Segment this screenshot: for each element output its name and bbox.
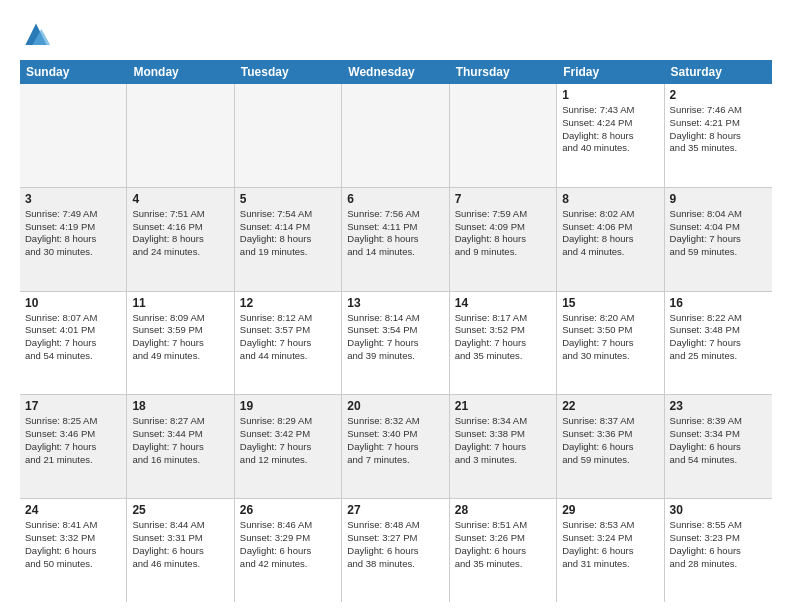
cal-cell-4-7: 23Sunrise: 8:39 AM Sunset: 3:34 PM Dayli… [665,395,772,498]
day-number: 20 [347,399,443,413]
day-number: 16 [670,296,767,310]
day-number: 2 [670,88,767,102]
cal-cell-3-2: 11Sunrise: 8:09 AM Sunset: 3:59 PM Dayli… [127,292,234,395]
cal-cell-3-5: 14Sunrise: 8:17 AM Sunset: 3:52 PM Dayli… [450,292,557,395]
day-number: 27 [347,503,443,517]
cal-cell-3-1: 10Sunrise: 8:07 AM Sunset: 4:01 PM Dayli… [20,292,127,395]
logo [20,20,54,52]
weekday-header-monday: Monday [127,60,234,84]
day-number: 14 [455,296,551,310]
day-info: Sunrise: 7:51 AM Sunset: 4:16 PM Dayligh… [132,208,228,259]
day-number: 26 [240,503,336,517]
day-info: Sunrise: 8:53 AM Sunset: 3:24 PM Dayligh… [562,519,658,570]
day-info: Sunrise: 8:07 AM Sunset: 4:01 PM Dayligh… [25,312,121,363]
calendar-row-1: 1Sunrise: 7:43 AM Sunset: 4:24 PM Daylig… [20,84,772,188]
calendar-row-3: 10Sunrise: 8:07 AM Sunset: 4:01 PM Dayli… [20,292,772,396]
day-info: Sunrise: 8:27 AM Sunset: 3:44 PM Dayligh… [132,415,228,466]
day-info: Sunrise: 7:49 AM Sunset: 4:19 PM Dayligh… [25,208,121,259]
day-number: 6 [347,192,443,206]
day-number: 13 [347,296,443,310]
day-number: 5 [240,192,336,206]
day-info: Sunrise: 7:43 AM Sunset: 4:24 PM Dayligh… [562,104,658,155]
calendar-row-2: 3Sunrise: 7:49 AM Sunset: 4:19 PM Daylig… [20,188,772,292]
calendar: SundayMondayTuesdayWednesdayThursdayFrid… [20,60,772,602]
day-number: 7 [455,192,551,206]
day-number: 3 [25,192,121,206]
cal-cell-1-4 [342,84,449,187]
day-number: 10 [25,296,121,310]
calendar-row-5: 24Sunrise: 8:41 AM Sunset: 3:32 PM Dayli… [20,499,772,602]
day-number: 8 [562,192,658,206]
day-info: Sunrise: 8:34 AM Sunset: 3:38 PM Dayligh… [455,415,551,466]
page: SundayMondayTuesdayWednesdayThursdayFrid… [0,0,792,612]
cal-cell-5-5: 28Sunrise: 8:51 AM Sunset: 3:26 PM Dayli… [450,499,557,602]
weekday-header-tuesday: Tuesday [235,60,342,84]
day-number: 12 [240,296,336,310]
day-info: Sunrise: 8:04 AM Sunset: 4:04 PM Dayligh… [670,208,767,259]
cal-cell-4-6: 22Sunrise: 8:37 AM Sunset: 3:36 PM Dayli… [557,395,664,498]
day-info: Sunrise: 8:51 AM Sunset: 3:26 PM Dayligh… [455,519,551,570]
day-number: 1 [562,88,658,102]
cal-cell-3-3: 12Sunrise: 8:12 AM Sunset: 3:57 PM Dayli… [235,292,342,395]
cal-cell-1-6: 1Sunrise: 7:43 AM Sunset: 4:24 PM Daylig… [557,84,664,187]
day-info: Sunrise: 8:25 AM Sunset: 3:46 PM Dayligh… [25,415,121,466]
cal-cell-1-2 [127,84,234,187]
cal-cell-5-6: 29Sunrise: 8:53 AM Sunset: 3:24 PM Dayli… [557,499,664,602]
day-number: 17 [25,399,121,413]
day-info: Sunrise: 7:56 AM Sunset: 4:11 PM Dayligh… [347,208,443,259]
cal-cell-1-7: 2Sunrise: 7:46 AM Sunset: 4:21 PM Daylig… [665,84,772,187]
day-info: Sunrise: 7:54 AM Sunset: 4:14 PM Dayligh… [240,208,336,259]
calendar-body: 1Sunrise: 7:43 AM Sunset: 4:24 PM Daylig… [20,84,772,602]
day-info: Sunrise: 7:46 AM Sunset: 4:21 PM Dayligh… [670,104,767,155]
day-info: Sunrise: 8:46 AM Sunset: 3:29 PM Dayligh… [240,519,336,570]
cal-cell-2-6: 8Sunrise: 8:02 AM Sunset: 4:06 PM Daylig… [557,188,664,291]
day-info: Sunrise: 8:41 AM Sunset: 3:32 PM Dayligh… [25,519,121,570]
calendar-row-4: 17Sunrise: 8:25 AM Sunset: 3:46 PM Dayli… [20,395,772,499]
day-info: Sunrise: 8:32 AM Sunset: 3:40 PM Dayligh… [347,415,443,466]
day-number: 15 [562,296,658,310]
day-info: Sunrise: 8:09 AM Sunset: 3:59 PM Dayligh… [132,312,228,363]
weekday-header-sunday: Sunday [20,60,127,84]
weekday-header-thursday: Thursday [450,60,557,84]
cal-cell-3-6: 15Sunrise: 8:20 AM Sunset: 3:50 PM Dayli… [557,292,664,395]
cal-cell-2-7: 9Sunrise: 8:04 AM Sunset: 4:04 PM Daylig… [665,188,772,291]
day-info: Sunrise: 8:02 AM Sunset: 4:06 PM Dayligh… [562,208,658,259]
day-info: Sunrise: 8:12 AM Sunset: 3:57 PM Dayligh… [240,312,336,363]
cal-cell-4-5: 21Sunrise: 8:34 AM Sunset: 3:38 PM Dayli… [450,395,557,498]
day-info: Sunrise: 8:44 AM Sunset: 3:31 PM Dayligh… [132,519,228,570]
day-info: Sunrise: 7:59 AM Sunset: 4:09 PM Dayligh… [455,208,551,259]
cal-cell-5-1: 24Sunrise: 8:41 AM Sunset: 3:32 PM Dayli… [20,499,127,602]
day-info: Sunrise: 8:48 AM Sunset: 3:27 PM Dayligh… [347,519,443,570]
cal-cell-2-5: 7Sunrise: 7:59 AM Sunset: 4:09 PM Daylig… [450,188,557,291]
cal-cell-5-2: 25Sunrise: 8:44 AM Sunset: 3:31 PM Dayli… [127,499,234,602]
cal-cell-2-2: 4Sunrise: 7:51 AM Sunset: 4:16 PM Daylig… [127,188,234,291]
calendar-header: SundayMondayTuesdayWednesdayThursdayFrid… [20,60,772,84]
day-number: 9 [670,192,767,206]
cal-cell-5-7: 30Sunrise: 8:55 AM Sunset: 3:23 PM Dayli… [665,499,772,602]
cal-cell-5-4: 27Sunrise: 8:48 AM Sunset: 3:27 PM Dayli… [342,499,449,602]
cal-cell-1-5 [450,84,557,187]
header [20,16,772,52]
day-info: Sunrise: 8:17 AM Sunset: 3:52 PM Dayligh… [455,312,551,363]
day-number: 21 [455,399,551,413]
cal-cell-3-4: 13Sunrise: 8:14 AM Sunset: 3:54 PM Dayli… [342,292,449,395]
cal-cell-2-3: 5Sunrise: 7:54 AM Sunset: 4:14 PM Daylig… [235,188,342,291]
day-number: 23 [670,399,767,413]
cal-cell-1-3 [235,84,342,187]
day-info: Sunrise: 8:37 AM Sunset: 3:36 PM Dayligh… [562,415,658,466]
cal-cell-4-3: 19Sunrise: 8:29 AM Sunset: 3:42 PM Dayli… [235,395,342,498]
cal-cell-4-4: 20Sunrise: 8:32 AM Sunset: 3:40 PM Dayli… [342,395,449,498]
day-info: Sunrise: 8:29 AM Sunset: 3:42 PM Dayligh… [240,415,336,466]
day-info: Sunrise: 8:20 AM Sunset: 3:50 PM Dayligh… [562,312,658,363]
day-number: 22 [562,399,658,413]
cal-cell-1-1 [20,84,127,187]
day-number: 25 [132,503,228,517]
cal-cell-2-4: 6Sunrise: 7:56 AM Sunset: 4:11 PM Daylig… [342,188,449,291]
day-info: Sunrise: 8:22 AM Sunset: 3:48 PM Dayligh… [670,312,767,363]
logo-icon [20,20,52,52]
cal-cell-2-1: 3Sunrise: 7:49 AM Sunset: 4:19 PM Daylig… [20,188,127,291]
cal-cell-3-7: 16Sunrise: 8:22 AM Sunset: 3:48 PM Dayli… [665,292,772,395]
weekday-header-saturday: Saturday [665,60,772,84]
weekday-header-wednesday: Wednesday [342,60,449,84]
day-number: 11 [132,296,228,310]
